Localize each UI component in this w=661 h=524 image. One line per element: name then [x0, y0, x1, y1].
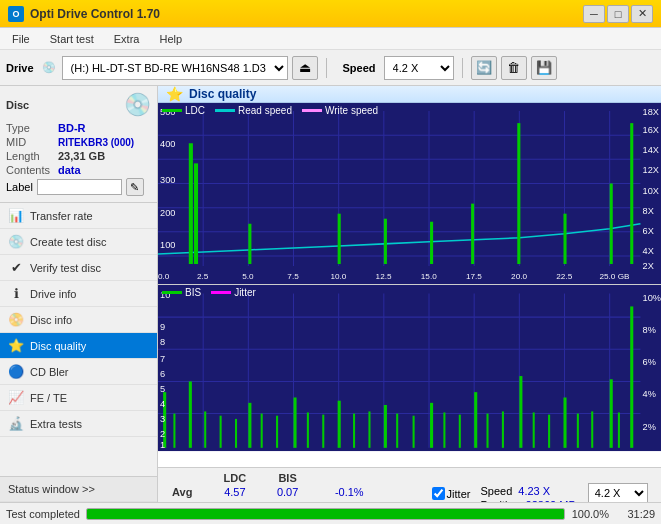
bis-legend-label: BIS — [185, 287, 201, 298]
create-test-disc-icon: 💿 — [8, 234, 24, 249]
contents-label: Contents — [6, 164, 58, 176]
svg-text:6: 6 — [160, 368, 165, 379]
svg-text:100: 100 — [160, 240, 175, 250]
sidebar-item-disc-quality[interactable]: ⭐ Disc quality — [0, 333, 157, 359]
verify-test-disc-icon: ✔ — [8, 260, 24, 275]
sidebar-item-cd-bler[interactable]: 🔵 CD Bler — [0, 359, 157, 385]
menu-file[interactable]: File — [4, 31, 38, 47]
label-edit-button[interactable]: ✎ — [126, 178, 144, 196]
speed-row: Speed 4.23 X — [480, 485, 575, 497]
svg-text:2: 2 — [160, 428, 165, 439]
sidebar-item-label: CD Bler — [30, 366, 69, 378]
sidebar-item-verify-test-disc[interactable]: ✔ Verify test disc — [0, 255, 157, 281]
speed-stat-label: Speed — [480, 485, 512, 497]
svg-rect-99 — [591, 412, 593, 448]
sidebar-item-label: Extra tests — [30, 418, 82, 430]
svg-text:20.0: 20.0 — [511, 454, 527, 464]
chart1-svg: 18X 16X 14X 12X 10X 8X 6X 4X 2X 500 400 … — [158, 103, 661, 284]
sidebar-item-label: Disc quality — [30, 340, 86, 352]
svg-text:2.5: 2.5 — [197, 272, 209, 281]
svg-rect-69 — [189, 382, 192, 448]
jitter-checkbox-area: Jitter — [432, 471, 471, 500]
cd-bler-icon: 🔵 — [8, 364, 24, 379]
svg-text:10.0: 10.0 — [330, 454, 346, 464]
svg-text:2%: 2% — [643, 421, 657, 432]
label-input[interactable] — [37, 179, 122, 195]
sidebar-item-status-window[interactable]: Status window >> — [0, 476, 157, 502]
minimize-button[interactable]: ─ — [583, 5, 605, 23]
svg-rect-100 — [618, 413, 620, 448]
svg-text:7.5: 7.5 — [287, 272, 299, 281]
svg-rect-23 — [471, 204, 474, 264]
svg-text:8X: 8X — [643, 206, 654, 216]
separator — [326, 58, 327, 78]
chart2-legend: BIS Jitter — [162, 287, 256, 298]
maximize-button[interactable]: □ — [607, 5, 629, 23]
svg-rect-21 — [384, 219, 387, 264]
sidebar-item-extra-tests[interactable]: 🔬 Extra tests — [0, 411, 157, 437]
type-value: BD-R — [58, 122, 86, 134]
speed-dropdown[interactable]: 4.2 X — [588, 483, 648, 502]
svg-text:8%: 8% — [643, 324, 657, 335]
svg-text:25.0 GB: 25.0 GB — [599, 272, 629, 281]
svg-rect-72 — [338, 401, 341, 448]
length-value: 23,31 GB — [58, 150, 105, 162]
sidebar-item-transfer-rate[interactable]: 📊 Transfer rate — [0, 203, 157, 229]
speed-select[interactable]: 4.2 X — [384, 56, 454, 80]
svg-text:15.0: 15.0 — [421, 272, 437, 281]
sidebar-item-disc-info[interactable]: 📀 Disc info — [0, 307, 157, 333]
status-bar: Test completed 100.0% 31:29 — [0, 502, 661, 524]
menu-start-test[interactable]: Start test — [42, 31, 102, 47]
ldc-legend-label: LDC — [185, 105, 205, 116]
svg-rect-90 — [396, 414, 398, 448]
svg-text:12.5: 12.5 — [376, 272, 392, 281]
avg-ldc: 4.57 — [205, 485, 264, 499]
controls-area: 4.2 X Start full Start part — [580, 471, 655, 502]
svg-rect-85 — [276, 416, 278, 448]
jitter-check-text: Jitter — [447, 488, 471, 500]
svg-text:7: 7 — [160, 353, 165, 364]
svg-rect-78 — [610, 379, 613, 448]
svg-rect-74 — [430, 403, 433, 448]
content-area: ⭐ Disc quality — [158, 86, 661, 502]
max-ldc: 455 — [205, 499, 264, 502]
svg-text:400: 400 — [160, 139, 175, 149]
disc-info-panel: Disc 💿 Type BD-R MID RITEKBR3 (000) Leng… — [0, 86, 157, 203]
col-header-ldc: LDC — [205, 471, 264, 485]
col-header-empty — [164, 471, 205, 485]
svg-rect-20 — [338, 214, 341, 264]
svg-rect-22 — [430, 222, 433, 264]
sidebar-item-fe-te[interactable]: 📈 FE / TE — [0, 385, 157, 411]
read-speed-legend-line — [215, 109, 235, 112]
svg-text:1: 1 — [160, 439, 165, 450]
eject-button[interactable]: ⏏ — [292, 56, 318, 80]
drive-select[interactable]: (H:) HL-DT-ST BD-RE WH16NS48 1.D3 — [62, 56, 288, 80]
svg-text:9: 9 — [160, 321, 165, 332]
svg-rect-0 — [158, 103, 661, 284]
svg-rect-94 — [486, 414, 488, 448]
sidebar-item-label: Verify test disc — [30, 262, 101, 274]
progress-bar — [86, 508, 565, 520]
svg-text:0.0: 0.0 — [158, 272, 170, 281]
jitter-check-label[interactable]: Jitter — [432, 485, 471, 500]
erase-button[interactable]: 🗑 — [501, 56, 527, 80]
chart2-svg: 10% 8% 6% 4% 2% 10 9 8 7 6 5 4 3 2 1 — [158, 285, 661, 467]
svg-rect-77 — [563, 398, 566, 448]
max-spacer — [311, 499, 327, 502]
svg-text:2X: 2X — [643, 261, 654, 271]
length-label: Length — [6, 150, 58, 162]
main-area: Disc 💿 Type BD-R MID RITEKBR3 (000) Leng… — [0, 86, 661, 502]
save-button[interactable]: 💾 — [531, 56, 557, 80]
label-label: Label — [6, 181, 33, 193]
scan-button[interactable]: 🔄 — [471, 56, 497, 80]
sidebar-item-create-test-disc[interactable]: 💿 Create test disc — [0, 229, 157, 255]
menu-help[interactable]: Help — [151, 31, 190, 47]
avg-label: Avg — [164, 485, 205, 499]
jitter-checkbox[interactable] — [432, 487, 445, 500]
progress-percentage: 100.0% — [571, 508, 609, 520]
extra-tests-icon: 🔬 — [8, 416, 24, 431]
sidebar-item-drive-info[interactable]: ℹ Drive info — [0, 281, 157, 307]
svg-rect-87 — [322, 415, 324, 448]
close-button[interactable]: ✕ — [631, 5, 653, 23]
menu-extra[interactable]: Extra — [106, 31, 148, 47]
